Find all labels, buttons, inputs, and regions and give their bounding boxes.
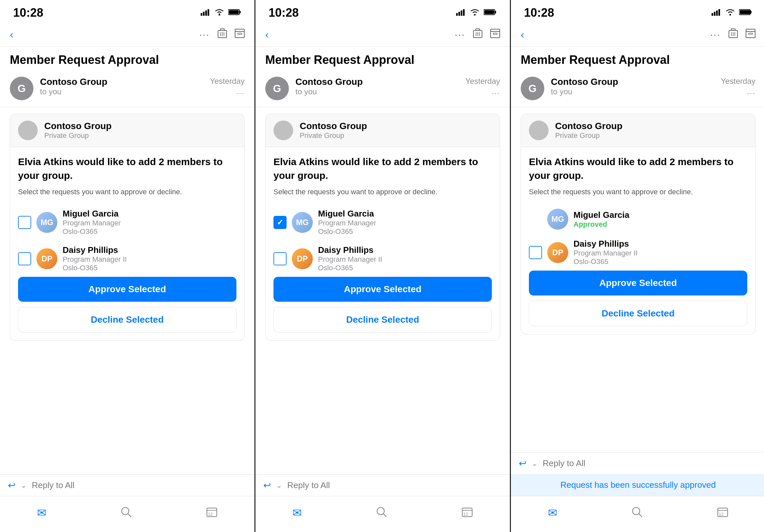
phone-panel-2: 10:28 ‹ ··· Member (256, 0, 510, 532)
svg-line-62 (639, 514, 642, 517)
svg-line-40 (384, 514, 386, 517)
group-header-2: Contoso Group Private Group (266, 114, 500, 147)
svg-rect-22 (456, 13, 458, 16)
status-time-2: 10:28 (269, 6, 299, 20)
svg-rect-24 (461, 11, 462, 16)
status-bar-2: 10:28 (256, 0, 510, 23)
page-title-text-3: Member Request Approval (521, 53, 670, 66)
nav-right-3: ··· (710, 28, 755, 41)
trash-icon-2[interactable] (473, 28, 482, 41)
phone-panel-1: 10:28 ‹ ··· Member (0, 0, 255, 532)
tab-bar-1: ✉ 12 (0, 496, 255, 532)
select-prompt-2: Select the requests you want to approve … (274, 188, 492, 196)
approval-card-3: Contoso Group Private Group Elvia Atkins… (521, 114, 755, 334)
group-header-1: Contoso Group Private Group (10, 114, 244, 147)
group-name-1: Contoso Group (44, 121, 111, 131)
svg-rect-2 (205, 11, 207, 16)
decline-button-3[interactable]: Decline Selected (529, 301, 747, 326)
back-icon-2[interactable]: ‹ (265, 29, 269, 41)
sender-to-2: to you (295, 87, 459, 96)
status-icons-1 (201, 9, 241, 17)
email-header-content-1: Contoso Group to you (40, 77, 203, 96)
sender-name-3: Contoso Group (551, 77, 714, 87)
svg-text:12: 12 (719, 512, 723, 517)
svg-rect-23 (459, 12, 460, 16)
group-type-2: Private Group (300, 131, 367, 140)
trash-icon-3[interactable] (729, 28, 738, 41)
reply-icon-2: ↩ (263, 480, 271, 491)
reply-bar-1[interactable]: ↩ ⌄ (0, 474, 255, 496)
member-row-daisy-2: DP Daisy Phillips Program Manager II Osl… (274, 240, 492, 277)
nav-right-1: ··· (199, 28, 245, 41)
back-icon-3[interactable]: ‹ (521, 29, 524, 41)
svg-point-17 (122, 507, 129, 515)
miguel-location-1: Oslo-O365 (63, 227, 236, 236)
miguel-name-1: Miguel Garcia (63, 209, 236, 219)
search-tab-1[interactable] (121, 506, 132, 519)
email-header-content-2: Contoso Group to you (295, 77, 459, 96)
daisy-location-1: Oslo-O365 (63, 264, 236, 272)
decline-button-2[interactable]: Decline Selected (274, 307, 492, 332)
daisy-location-3: Oslo-O365 (573, 257, 747, 266)
wifi-icon-3 (725, 9, 735, 17)
card-body-2: Elvia Atkins would like to add 2 members… (266, 147, 500, 340)
svg-rect-16 (238, 33, 242, 34)
group-type-1: Private Group (44, 131, 111, 140)
email-more-2[interactable]: ··· (491, 88, 500, 98)
checkmark-miguel-2: ✓ (277, 218, 283, 227)
email-header-right-1: Yesterday ··· (210, 77, 245, 98)
archive-icon-2[interactable] (490, 29, 500, 40)
mail-tab-3[interactable]: ✉ (548, 506, 557, 519)
approve-button-3[interactable]: Approve Selected (529, 271, 747, 296)
sender-avatar-2: G (265, 77, 289, 100)
approval-card-1: Contoso Group Private Group Elvia Atkins… (10, 114, 245, 341)
miguel-info-1: Miguel Garcia Program Manager Oslo-O365 (63, 209, 236, 236)
svg-rect-44 (711, 13, 713, 16)
mail-tab-2[interactable]: ✉ (292, 506, 302, 519)
miguel-avatar-3: MG (547, 209, 568, 230)
group-name-2: Contoso Group (300, 121, 367, 131)
reply-bar-3[interactable]: ↩ ⌄ (511, 453, 764, 474)
more-icon-3[interactable]: ··· (710, 30, 721, 40)
archive-icon-1[interactable] (235, 29, 245, 40)
approve-button-1[interactable]: Approve Selected (18, 277, 236, 302)
svg-rect-3 (208, 9, 209, 16)
reply-input-3[interactable] (543, 458, 757, 468)
reply-bar-2[interactable]: ↩ ⌄ (256, 474, 510, 496)
more-icon-1[interactable]: ··· (199, 30, 210, 40)
more-icon-2[interactable]: ··· (455, 30, 465, 40)
miguel-checkbox-1[interactable] (18, 216, 31, 229)
reply-icon-1: ↩ (8, 480, 15, 491)
select-prompt-3: Select the requests you want to approve … (529, 188, 747, 196)
back-icon-1[interactable]: ‹ (10, 29, 13, 41)
email-more-3[interactable]: ··· (747, 88, 755, 98)
trash-icon-1[interactable] (218, 28, 227, 41)
daisy-name-3: Daisy Phillips (573, 239, 747, 249)
reply-input-2[interactable] (287, 480, 502, 490)
search-tab-3[interactable] (632, 506, 643, 519)
mail-tab-1[interactable]: ✉ (37, 506, 46, 519)
miguel-checkbox-2[interactable]: ✓ (274, 216, 286, 229)
reply-input-1[interactable] (32, 480, 247, 490)
svg-rect-51 (740, 10, 751, 14)
decline-button-1[interactable]: Decline Selected (18, 307, 236, 332)
miguel-info-3: Miguel Garcia Approved (573, 210, 747, 229)
svg-point-39 (377, 507, 384, 515)
miguel-name-2: Miguel Garcia (318, 209, 492, 219)
calendar-tab-1[interactable]: 12 (206, 506, 217, 519)
miguel-avatar-2: MG (292, 212, 313, 233)
daisy-checkbox-3[interactable] (529, 246, 542, 259)
daisy-checkbox-1[interactable] (18, 252, 31, 265)
daisy-checkbox-2[interactable] (274, 252, 286, 265)
svg-rect-36 (490, 29, 500, 32)
sender-to-1: to you (40, 87, 203, 96)
approve-button-2[interactable]: Approve Selected (274, 277, 492, 302)
calendar-tab-3[interactable]: 12 (717, 506, 728, 519)
search-tab-2[interactable] (376, 506, 387, 519)
calendar-tab-2[interactable]: 12 (462, 506, 473, 519)
archive-icon-3[interactable] (746, 29, 755, 40)
email-more-1[interactable]: ··· (236, 88, 245, 98)
email-date-3: Yesterday (721, 77, 755, 86)
battery-icon-2 (483, 9, 497, 17)
svg-rect-47 (718, 9, 720, 16)
